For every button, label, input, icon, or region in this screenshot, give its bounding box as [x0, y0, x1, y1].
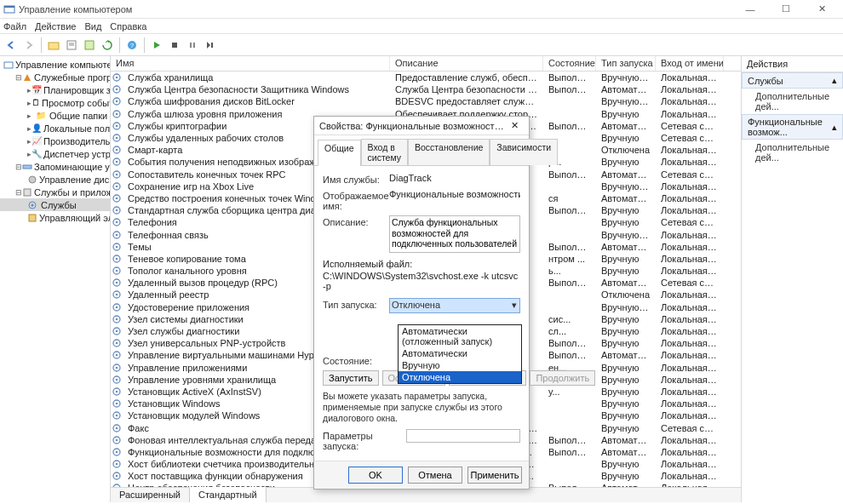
startup-opt-manual[interactable]: Вручную [399, 359, 521, 371]
refresh-icon[interactable] [100, 37, 115, 53]
gear-icon [111, 447, 123, 457]
startup-opt-auto-delayed[interactable]: Автоматически (отложенный запуск) [399, 325, 521, 347]
col-name[interactable]: Имя [111, 56, 390, 71]
actions-section-services[interactable]: Службы▴ [742, 72, 843, 89]
export-icon[interactable] [82, 37, 97, 53]
back-icon[interactable] [3, 37, 19, 53]
actions-more-1[interactable]: Дополнительные дей... [742, 89, 843, 114]
tree-wmi[interactable]: Управляющий элемен [0, 211, 110, 224]
tree-item[interactable]: ▸👤Локальные пользова [0, 122, 110, 135]
col-logon[interactable]: Вход от имени [656, 56, 724, 71]
dialog-body: Имя службы:DiagTrack Отображаемое имя:Фу… [314, 166, 529, 461]
dialog-close-icon[interactable]: ✕ [505, 120, 524, 131]
tab-general[interactable]: Общие [318, 140, 361, 166]
svg-point-75 [116, 403, 118, 405]
tree-item[interactable]: ▸📈Производительност [0, 135, 110, 147]
table-row[interactable]: Служба Центра безопасности Защитника Win… [111, 83, 741, 95]
svg-point-65 [116, 342, 118, 345]
svg-rect-9 [172, 43, 177, 48]
tree-item[interactable]: ▸📅Планировщик задани [0, 83, 110, 96]
actions-section-selected[interactable]: Функциональные возмож...▴ [742, 114, 843, 140]
svg-point-85 [116, 463, 118, 466]
value-display-name: Функциональные возможности для подключен… [389, 189, 520, 199]
tree-item[interactable]: ▸🗒Просмотр событий [0, 96, 110, 109]
startup-opt-disabled[interactable]: Отключена [399, 371, 521, 383]
svg-point-21 [116, 77, 118, 79]
label-display-name: Отображаемое имя: [323, 189, 389, 211]
description-box[interactable] [389, 215, 520, 253]
startup-type-dropdown[interactable]: Автоматически (отложенный запуск) Автома… [398, 324, 522, 384]
start-params-input[interactable] [406, 429, 520, 443]
menu-action[interactable]: Действие [35, 21, 76, 32]
tree-root[interactable]: Управление компьютером (л [0, 58, 110, 71]
folder-icon[interactable] [46, 37, 61, 53]
svg-text:?: ? [130, 42, 135, 49]
help-icon[interactable]: ? [124, 37, 140, 53]
table-row[interactable]: Служба шифрования дисков BitLockerBDESVC… [111, 95, 741, 107]
col-desc[interactable]: Описание [390, 56, 543, 71]
svg-point-81 [116, 438, 118, 441]
startup-type-combo[interactable]: Отключена▾ [389, 298, 520, 313]
menu-help[interactable]: Справка [110, 21, 146, 32]
svg-point-73 [116, 391, 118, 393]
dialog-titlebar[interactable]: Свойства: Функциональные возможности для… [314, 117, 529, 135]
label-description: Описание: [323, 215, 389, 227]
tree-item[interactable]: ▸📁Общие папки [0, 109, 110, 122]
table-row[interactable]: Служба хранилищаПредоставление служб, об… [111, 72, 741, 83]
col-state[interactable]: Состояние [543, 56, 596, 71]
gear-icon [111, 338, 123, 348]
apply-button[interactable]: Применить [467, 467, 522, 484]
tab-dependencies[interactable]: Зависимости [490, 139, 558, 165]
svg-point-77 [116, 415, 118, 417]
svg-point-63 [116, 330, 118, 333]
svg-point-18 [32, 203, 34, 206]
col-start[interactable]: Тип запуска [596, 56, 656, 71]
tree-system-tools[interactable]: ⊟Служебные программы [0, 71, 110, 83]
tab-extended[interactable]: Расширенный [111, 488, 190, 502]
pause-icon[interactable] [185, 37, 200, 53]
dialog-footer: OK Отмена Применить [314, 461, 529, 489]
cancel-button[interactable]: Отмена [408, 467, 462, 484]
label-state: Состояние: [323, 354, 389, 366]
gear-icon [111, 410, 123, 421]
svg-point-41 [116, 198, 118, 200]
restart-icon[interactable] [203, 37, 218, 53]
play-icon[interactable] [149, 37, 164, 53]
svg-point-15 [29, 176, 36, 183]
gear-icon [111, 157, 123, 167]
svg-point-27 [116, 112, 118, 115]
tab-standard[interactable]: Стандартный [190, 487, 267, 502]
svg-point-23 [116, 89, 118, 91]
tree-services[interactable]: Службы [0, 198, 110, 211]
stop-icon[interactable] [167, 37, 182, 53]
startup-opt-auto[interactable]: Автоматически [399, 347, 521, 359]
gear-icon [111, 266, 123, 276]
gear-icon [111, 471, 123, 481]
svg-rect-14 [23, 165, 32, 169]
tree-storage[interactable]: ⊟Запоминающие устройс [0, 160, 110, 173]
gear-icon [111, 387, 123, 397]
maximize-button[interactable]: ☐ [768, 0, 804, 19]
dialog-title: Свойства: Функциональные возможности для… [319, 121, 505, 131]
actions-more-2[interactable]: Дополнительные дей... [742, 140, 843, 165]
tab-logon[interactable]: Вход в систему [361, 139, 408, 165]
titlebar: Управление компьютером — ☐ ✕ [0, 0, 843, 19]
gear-icon [111, 109, 123, 119]
start-button[interactable]: Запустить [323, 370, 379, 386]
svg-rect-12 [211, 43, 213, 48]
forward-icon[interactable] [21, 37, 37, 53]
svg-point-79 [116, 427, 118, 429]
ok-button[interactable]: OK [348, 467, 403, 484]
tree-services-apps[interactable]: ⊟Службы и приложения [0, 186, 110, 198]
tree-item[interactable]: ▸🔧Диспетчер устройст [0, 147, 110, 160]
tab-recovery[interactable]: Восстановление [408, 139, 490, 165]
menu-file[interactable]: Файл [3, 21, 26, 32]
minimize-button[interactable]: — [732, 0, 768, 19]
properties-icon[interactable] [64, 37, 79, 53]
gear-icon [111, 278, 123, 288]
svg-rect-16 [24, 189, 31, 196]
close-button[interactable]: ✕ [804, 0, 840, 19]
menu-view[interactable]: Вид [84, 21, 101, 32]
tree-disk-mgmt[interactable]: Управление дисками [0, 173, 110, 186]
svg-point-59 [116, 306, 118, 308]
